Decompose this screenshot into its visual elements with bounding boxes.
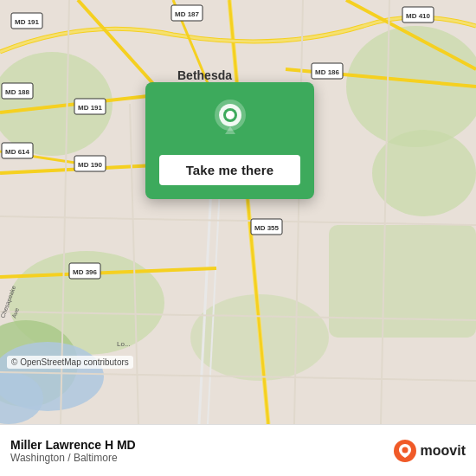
svg-text:MD 396: MD 396 (73, 268, 98, 276)
location-pin-icon (208, 98, 253, 143)
location-card: Take me there (145, 82, 314, 199)
svg-text:MD 191: MD 191 (15, 18, 40, 26)
moovit-icon (393, 439, 417, 463)
svg-text:MD 188: MD 188 (5, 88, 30, 96)
moovit-logo: moovit (393, 439, 466, 463)
place-info: Miller Lawrence H MD Washington / Baltim… (10, 438, 386, 464)
place-name: Miller Lawrence H MD (10, 438, 386, 452)
bottom-bar: Miller Lawrence H MD Washington / Baltim… (0, 424, 476, 476)
svg-text:MD 410: MD 410 (406, 12, 431, 20)
svg-text:MD 186: MD 186 (315, 68, 340, 76)
svg-text:Bethesda: Bethesda (177, 68, 232, 82)
svg-text:MD 190: MD 190 (78, 161, 103, 169)
place-location: Washington / Baltimore (10, 452, 386, 464)
svg-text:Lo...: Lo... (117, 340, 131, 348)
svg-text:MD 614: MD 614 (5, 148, 30, 156)
svg-point-56 (226, 111, 235, 119)
map-container: MD 191 MD 187 MD 410 MD 188 MD 186 MD 19… (0, 0, 476, 424)
svg-point-3 (372, 130, 476, 216)
svg-text:MD 187: MD 187 (175, 10, 200, 18)
svg-text:MD 191: MD 191 (78, 104, 103, 112)
svg-point-58 (402, 447, 408, 453)
take-me-there-button[interactable]: Take me there (159, 155, 300, 185)
svg-text:MD 355: MD 355 (254, 224, 280, 232)
moovit-text: moovit (421, 443, 466, 459)
copyright-notice: © OpenStreetMap contributors (7, 356, 133, 369)
